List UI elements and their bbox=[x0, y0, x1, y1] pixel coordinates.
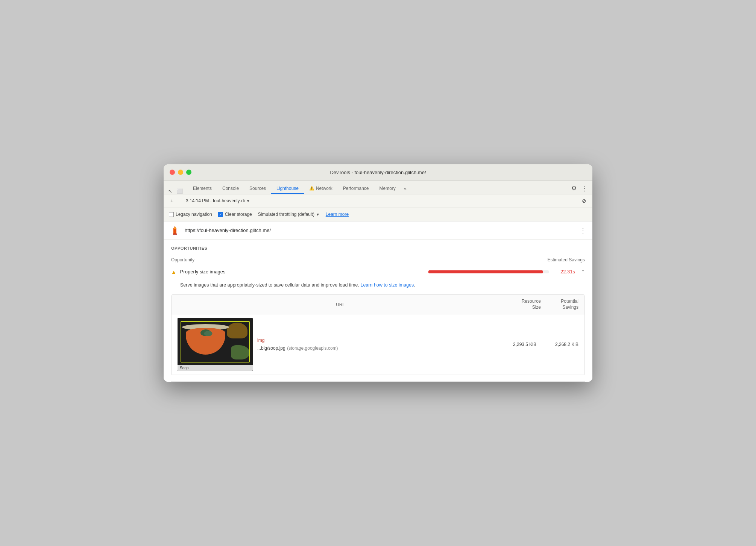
learn-how-link[interactable]: Learn how to size images bbox=[360, 282, 414, 288]
tabs-bar: ↖ ⬜ Elements Console Sources Lighthouse … bbox=[164, 181, 592, 194]
tab-actions: ⚙ ⋮ bbox=[570, 183, 589, 194]
url-file: ...big/soop.jpg bbox=[257, 346, 285, 351]
table-row: Soop img ...big/soop.jpg (storage.google… bbox=[172, 314, 584, 375]
url-domain: (storage.googleapis.com) bbox=[287, 346, 338, 351]
tab-lighthouse[interactable]: Lighthouse bbox=[271, 184, 304, 194]
audit-details: Serve images that are appropriately-size… bbox=[171, 279, 585, 382]
thumbnail-label: Soop bbox=[178, 365, 253, 371]
throttling-label: Simulated throttling (default) bbox=[258, 212, 314, 217]
legacy-navigation-option: Legacy navigation bbox=[169, 212, 212, 217]
thumbnail: Soop bbox=[178, 318, 253, 371]
audit-bar-fill bbox=[428, 270, 543, 273]
detail-resource-size: 2,293.5 KiB bbox=[499, 342, 536, 347]
lighthouse-logo bbox=[170, 225, 180, 236]
detail-col-savings: Potential Savings bbox=[541, 299, 578, 310]
site-header: https://foul-heavenly-direction.glitch.m… bbox=[164, 221, 592, 240]
opportunities-table-header: Opportunity Estimated Savings bbox=[171, 255, 585, 265]
session-timestamp: 3:14:14 PM - foul-heavenly-di bbox=[186, 198, 245, 203]
tab-sources[interactable]: Sources bbox=[244, 184, 271, 194]
devtools-window: DevTools - foul-heavenly-direction.glitc… bbox=[164, 164, 592, 382]
legacy-navigation-label: Legacy navigation bbox=[176, 212, 212, 217]
window-title: DevTools - foul-heavenly-direction.glitc… bbox=[330, 170, 426, 175]
audit-title: Properly size images bbox=[180, 269, 425, 275]
audit-row-header[interactable]: ▲ Properly size images 22.31s ⌃ bbox=[171, 265, 585, 279]
throttling-dropdown[interactable]: Simulated throttling (default) ▼ bbox=[258, 212, 320, 217]
svg-point-4 bbox=[174, 227, 176, 229]
url-tag: img bbox=[257, 338, 494, 343]
clear-storage-label: Clear storage bbox=[225, 212, 252, 217]
title-bar: DevTools - foul-heavenly-direction.glitc… bbox=[164, 164, 592, 181]
audit-description: Serve images that are appropriately-size… bbox=[171, 279, 585, 295]
audit-warning-icon: ▲ bbox=[171, 269, 176, 275]
svg-rect-3 bbox=[173, 234, 177, 235]
session-bar: + 3:14:14 PM - foul-heavenly-di ▼ ⊘ bbox=[164, 194, 592, 208]
audit-bar-container bbox=[428, 270, 549, 273]
opportunities-section: OPPORTUNITIES Opportunity Estimated Savi… bbox=[164, 240, 592, 382]
warning-icon: ⚠️ bbox=[309, 186, 314, 191]
detail-col-url: URL bbox=[178, 302, 503, 307]
clear-storage-checkbox[interactable]: ✓ bbox=[218, 212, 223, 217]
tab-memory[interactable]: Memory bbox=[374, 184, 401, 194]
add-session-button[interactable]: + bbox=[167, 196, 176, 205]
legacy-navigation-checkbox[interactable] bbox=[169, 212, 174, 217]
devtools-more-button[interactable]: ⋮ bbox=[580, 183, 589, 194]
session-chevron: ▼ bbox=[246, 199, 250, 203]
minimize-button[interactable] bbox=[178, 170, 183, 175]
inspect-icon[interactable]: ⬜ bbox=[174, 188, 184, 194]
maximize-button[interactable] bbox=[186, 170, 191, 175]
site-url: https://foul-heavenly-direction.glitch.m… bbox=[185, 228, 575, 233]
tab-performance[interactable]: Performance bbox=[338, 184, 374, 194]
audit-expand-icon[interactable]: ⌃ bbox=[581, 269, 585, 275]
session-block-button[interactable]: ⊘ bbox=[580, 196, 589, 205]
detail-table-header: URL Resource Size Potential Savings bbox=[172, 295, 584, 314]
detail-potential-savings: 2,268.2 KiB bbox=[541, 342, 578, 347]
session-separator bbox=[181, 197, 181, 205]
col-opportunity-header: Opportunity bbox=[171, 257, 540, 262]
clear-storage-option: ✓ Clear storage bbox=[218, 212, 252, 217]
tab-console[interactable]: Console bbox=[217, 184, 244, 194]
tab-network[interactable]: ⚠️ Network bbox=[304, 184, 338, 194]
detail-table: URL Resource Size Potential Savings bbox=[171, 294, 585, 375]
tab-elements[interactable]: Elements bbox=[188, 184, 217, 194]
session-url-display[interactable]: 3:14:14 PM - foul-heavenly-di ▼ bbox=[186, 198, 577, 203]
main-content: https://foul-heavenly-direction.glitch.m… bbox=[164, 221, 592, 382]
tab-more-button[interactable]: » bbox=[401, 184, 410, 194]
tab-separator bbox=[186, 187, 186, 194]
opportunities-title: OPPORTUNITIES bbox=[171, 246, 585, 250]
learn-more-link[interactable]: Learn more bbox=[326, 212, 349, 217]
close-button[interactable] bbox=[170, 170, 175, 175]
cursor-icon[interactable]: ↖ bbox=[167, 188, 174, 194]
detail-col-resource: Resource Size bbox=[503, 299, 541, 310]
site-more-button[interactable]: ⋮ bbox=[580, 226, 586, 235]
settings-button[interactable]: ⚙ bbox=[570, 183, 578, 193]
options-bar: Legacy navigation ✓ Clear storage Simula… bbox=[164, 208, 592, 221]
traffic-lights bbox=[170, 170, 191, 175]
block-icon: ⊘ bbox=[582, 198, 586, 204]
audit-row-images: ▲ Properly size images 22.31s ⌃ Serve im… bbox=[171, 265, 585, 382]
throttling-chevron-icon: ▼ bbox=[316, 212, 320, 217]
col-savings-header: Estimated Savings bbox=[540, 257, 585, 262]
detail-url-cell: img ...big/soop.jpg (storage.googleapis.… bbox=[257, 338, 494, 351]
audit-time: 22.31s bbox=[553, 269, 575, 275]
